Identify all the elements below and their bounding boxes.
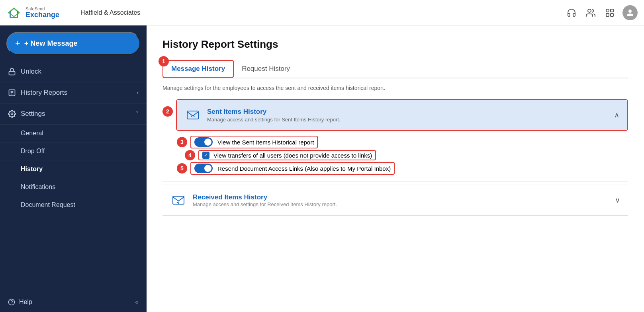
divider-1 (162, 181, 628, 181)
logo-text: SafeSend Exchange (25, 6, 59, 19)
sidebar-item-settings-label: Settings (21, 110, 45, 118)
received-items-text: Received Items History Manage access and… (193, 193, 337, 207)
badge-5: 5 (177, 163, 187, 174)
sidebar-item-unlock-label: Unlock (21, 68, 41, 76)
history-reports-chevron: › (137, 90, 139, 96)
toggle-resend-links[interactable] (194, 164, 213, 173)
svg-rect-12 (173, 196, 184, 204)
logo-top: SafeSend (25, 6, 59, 11)
toggle-resend-label: Resend Document Access Links (Also appli… (217, 165, 391, 172)
svg-rect-4 (606, 14, 609, 16)
sidebar: + + New Message Unlock History Reports › (0, 25, 147, 312)
logo-area: SafeSend Exchange Hatfield & Associates (6, 5, 140, 20)
toggle-row-1-annotated: 3 View the Sent Items Historical report (177, 136, 628, 148)
toggle-row-1-border: View the Sent Items Historical report (190, 136, 318, 148)
header-divider (70, 6, 70, 20)
checkbox-label: View transfers of all users (does not pr… (213, 152, 372, 159)
apps-icon[interactable] (603, 6, 616, 19)
sent-items-controls: 3 View the Sent Items Historical report … (162, 133, 628, 178)
page-title: History Report Settings (162, 38, 628, 51)
svg-rect-6 (9, 71, 15, 75)
history-label: History (21, 166, 43, 172)
sent-items-card-border: Sent Items History Manage access and set… (176, 99, 628, 131)
toggle-row-2-border: Resend Document Access Links (Also appli… (190, 162, 395, 175)
user-avatar[interactable] (622, 5, 638, 20)
message-history-label: Message History (171, 65, 225, 72)
sent-items-header[interactable]: Sent Items History Manage access and set… (177, 100, 627, 130)
sidebar-sub-item-document-request[interactable]: Document Request (0, 196, 147, 214)
sidebar-item-unlock[interactable]: Unlock (0, 61, 147, 82)
badge-3: 3 (177, 137, 187, 147)
sent-items-text: Sent Items History Manage access and set… (207, 108, 341, 123)
general-label: General (21, 130, 43, 136)
dropoff-label: Drop Off (21, 148, 45, 154)
help-icon (8, 298, 15, 306)
request-history-label: Request History (242, 65, 290, 72)
main-content: History Report Settings 1 Message Histor… (147, 25, 644, 312)
received-items-section[interactable]: Received Items History Manage access and… (162, 185, 628, 216)
message-history-tab-border: Message History (162, 60, 234, 78)
report-icon (8, 89, 16, 97)
toggle-knob-2 (204, 165, 211, 172)
layout: + + New Message Unlock History Reports › (0, 25, 644, 312)
sent-items-section: 2 Sent Items History (162, 99, 628, 131)
plus-icon: + (15, 38, 20, 49)
tab-message-history[interactable]: Message History (163, 61, 233, 77)
received-icon (170, 192, 186, 208)
new-message-button[interactable]: + + New Message (6, 32, 140, 55)
svg-point-1 (588, 9, 591, 12)
sidebar-bottom: Help « (0, 292, 147, 312)
sidebar-sub-item-notifications[interactable]: Notifications (0, 178, 147, 196)
sent-items-annotated: 2 Sent Items History (162, 99, 628, 131)
svg-rect-11 (187, 111, 198, 119)
sidebar-item-history-reports[interactable]: History Reports › (0, 82, 147, 103)
headset-icon[interactable] (565, 6, 578, 19)
checkbox-view-transfers[interactable]: ✓ (202, 152, 209, 159)
users-icon[interactable] (584, 6, 597, 19)
badge-2: 2 (162, 106, 173, 117)
sent-items-icon (185, 107, 201, 123)
message-history-tab-wrapper: 1 Message History (162, 60, 234, 78)
collapse-icon[interactable]: « (135, 298, 139, 306)
badge-1: 1 (159, 56, 169, 66)
description: Manage settings for the employees to acc… (162, 85, 628, 91)
sidebar-sub-item-dropoff[interactable]: Drop Off (0, 142, 147, 160)
document-request-label: Document Request (21, 201, 75, 208)
company-name: Hatfield & Associates (80, 9, 140, 16)
sidebar-sub-item-general[interactable]: General (0, 125, 147, 142)
header-actions (565, 5, 638, 20)
gear-icon (8, 110, 16, 118)
help-label: Help (19, 298, 32, 306)
settings-chevron: ˅ (136, 111, 139, 117)
header: SafeSend Exchange Hatfield & Associates (0, 0, 644, 25)
sidebar-item-history-reports-label: History Reports (21, 89, 67, 97)
badge-4: 4 (185, 150, 195, 160)
notifications-label: Notifications (21, 183, 55, 190)
lock-icon (8, 68, 16, 76)
received-items-title: Received Items History (193, 193, 337, 201)
toggle-knob-1 (204, 138, 211, 146)
svg-rect-5 (611, 14, 613, 16)
sent-items-title: Sent Items History (207, 108, 341, 116)
logo-bottom: Exchange (25, 11, 59, 19)
sent-items-subtitle: Manage access and settings for Sent Item… (207, 117, 341, 123)
received-chevron[interactable]: ∨ (615, 196, 620, 205)
toggle-sent-items-history[interactable] (194, 137, 213, 147)
logo-icon (6, 5, 22, 20)
sidebar-item-settings[interactable]: Settings ˅ (0, 103, 147, 125)
tabs: 1 Message History Request History (162, 60, 628, 78)
checkbox-row-border: ✓ View transfers of all users (does not … (198, 150, 376, 160)
svg-rect-3 (611, 9, 613, 12)
new-message-label: + New Message (24, 39, 78, 48)
checkbox-row-annotated: 4 ✓ View transfers of all users (does no… (185, 150, 628, 160)
sidebar-sub-item-history[interactable]: History (0, 160, 147, 178)
svg-rect-2 (606, 9, 609, 12)
sent-items-chevron[interactable]: ∧ (614, 111, 619, 119)
svg-point-8 (11, 113, 13, 115)
toggle-row-2-annotated: 5 Resend Document Access Links (Also app… (177, 162, 628, 175)
received-items-subtitle: Manage access and settings for Received … (193, 201, 337, 207)
toggle-sent-items-label: View the Sent Items Historical report (217, 139, 314, 146)
tab-request-history[interactable]: Request History (234, 60, 298, 78)
sidebar-help[interactable]: Help « (0, 292, 147, 312)
